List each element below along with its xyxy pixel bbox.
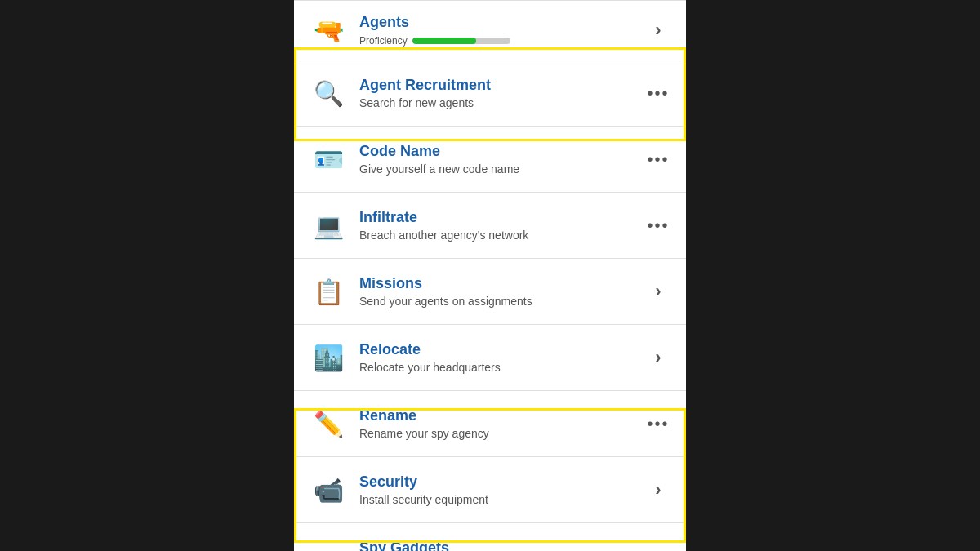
menu-item-agents[interactable]: 🔫 Agents Proficiency ›	[294, 0, 686, 60]
menu-item-code-name[interactable]: 🪪 Code Name Give yourself a new code nam…	[294, 127, 686, 193]
chevron-icon-5: ›	[655, 545, 661, 551]
menu-item-relocate[interactable]: 🏙️ Relocate Relocate your headquarters ›	[294, 325, 686, 391]
infiltrate-subtitle: Breach another agency's network	[359, 229, 644, 242]
laptop-icon: 💻	[307, 204, 350, 247]
spy-gadgets-title: Spy Gadgets	[359, 540, 644, 551]
agents-title: Agents	[359, 14, 644, 32]
code-name-subtitle: Give yourself a new code name	[359, 162, 644, 176]
rename-subtitle: Rename your spy agency	[359, 427, 644, 440]
relocate-action[interactable]: ›	[644, 347, 673, 368]
relocate-title: Relocate	[359, 341, 644, 359]
id-card-icon: 🪪	[307, 138, 350, 180]
infiltrate-text-area: Infiltrate Breach another agency's netwo…	[359, 209, 644, 242]
infiltrate-action[interactable]: •••	[644, 216, 673, 235]
menu-item-spy-gadgets[interactable]: 🕶️ Spy Gadgets Purchase tech for your ag…	[294, 523, 686, 551]
agents-text-area: Agents Proficiency	[359, 14, 644, 47]
gun-icon: 🔫	[307, 9, 350, 51]
security-subtitle: Install security equipment	[359, 493, 644, 506]
dots-icon: •••	[647, 84, 669, 103]
rename-icon: ✏️	[307, 402, 350, 445]
menu-item-agent-recruitment[interactable]: 🔍 Agent Recruitment Search for new agent…	[294, 60, 686, 127]
proficiency-label: Proficiency	[359, 35, 408, 47]
relocate-text-area: Relocate Relocate your headquarters	[359, 341, 644, 374]
agent-recruitment-subtitle: Search for new agents	[359, 96, 644, 109]
security-action[interactable]: ›	[644, 479, 673, 500]
agent-recruitment-action[interactable]: •••	[644, 84, 673, 103]
menu-item-infiltrate[interactable]: 💻 Infiltrate Breach another agency's net…	[294, 193, 686, 259]
search-icon: 🔍	[307, 72, 350, 114]
agent-recruitment-text-area: Agent Recruitment Search for new agents	[359, 77, 644, 109]
menu-item-rename[interactable]: ✏️ Rename Rename your spy agency •••	[294, 391, 686, 457]
security-icon: 📹	[307, 469, 350, 511]
missions-icon: 📋	[307, 270, 350, 313]
missions-text-area: Missions Send your agents on assignments	[359, 275, 644, 308]
infiltrate-title: Infiltrate	[359, 209, 644, 227]
chevron-icon-2: ›	[655, 281, 661, 302]
chevron-icon-3: ›	[655, 347, 661, 368]
code-name-title: Code Name	[359, 143, 644, 161]
agent-recruitment-title: Agent Recruitment	[359, 77, 644, 95]
missions-title: Missions	[359, 275, 644, 293]
security-text-area: Security Install security equipment	[359, 473, 644, 506]
menu-item-missions[interactable]: 📋 Missions Send your agents on assignmen…	[294, 259, 686, 325]
code-name-text-area: Code Name Give yourself a new code name	[359, 143, 644, 176]
dots-icon-2: •••	[647, 150, 669, 169]
relocate-subtitle: Relocate your headquarters	[359, 361, 644, 374]
spy-gadgets-action[interactable]: ›	[644, 545, 673, 551]
missions-action[interactable]: ›	[644, 281, 673, 302]
proficiency-container: Proficiency	[359, 35, 644, 47]
phone-container: 🔫 Agents Proficiency › 🔍 Agent	[294, 0, 686, 551]
dots-icon-4: •••	[647, 415, 669, 433]
menu-item-security[interactable]: 📹 Security Install security equipment ›	[294, 457, 686, 523]
security-title: Security	[359, 473, 644, 491]
progress-bar-background	[412, 38, 510, 44]
rename-action[interactable]: •••	[644, 415, 673, 433]
relocate-icon: 🏙️	[307, 336, 350, 379]
dots-icon-3: •••	[647, 216, 669, 235]
missions-subtitle: Send your agents on assignments	[359, 295, 644, 308]
agents-action[interactable]: ›	[644, 20, 673, 41]
code-name-action[interactable]: •••	[644, 150, 673, 169]
menu-list: 🔫 Agents Proficiency › 🔍 Agent	[294, 0, 686, 551]
spy-gadgets-text-area: Spy Gadgets Purchase tech for your agenc…	[359, 540, 644, 551]
chevron-icon: ›	[655, 20, 661, 41]
chevron-icon-4: ›	[655, 479, 661, 500]
rename-text-area: Rename Rename your spy agency	[359, 407, 644, 440]
progress-bar-fill	[412, 38, 476, 44]
spy-gadgets-icon: 🕶️	[307, 535, 350, 551]
rename-title: Rename	[359, 407, 644, 425]
